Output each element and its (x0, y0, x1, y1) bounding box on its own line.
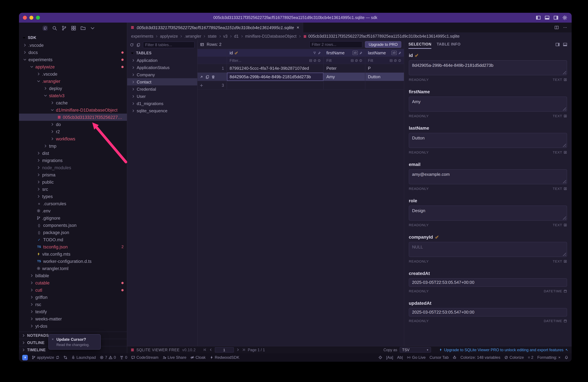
expand-row-icon[interactable] (199, 75, 203, 79)
prev-page-icon[interactable] (209, 348, 212, 352)
tables-section-header[interactable]: TABLES (127, 49, 197, 57)
filter-exclude-icon[interactable] (355, 59, 358, 62)
tree-item[interactable]: vite.config.mts (19, 250, 127, 258)
status-live-share[interactable]: Live Share (162, 355, 187, 360)
status-cursor-badge[interactable] (22, 355, 28, 360)
tree-item[interactable]: wrangler.toml (19, 265, 127, 272)
tree-item[interactable]: docs (19, 49, 127, 56)
tree-item[interactable]: dist (19, 150, 127, 157)
tree-item[interactable]: cache (19, 99, 127, 106)
table-item[interactable]: User (127, 93, 197, 100)
status-git-compare[interactable] (63, 356, 67, 360)
toggle-panel-right-icon[interactable] (555, 42, 560, 47)
explorer-icon[interactable] (42, 25, 48, 31)
status-git-branch[interactable]: applywize (32, 355, 59, 360)
tree-item[interactable]: .vscode (19, 42, 127, 49)
table-item[interactable]: ApplicationStatus (127, 64, 197, 71)
status-redwoodsdk[interactable]: RedwoodSDK (210, 355, 239, 360)
tree-item[interactable]: .wrangler (19, 78, 127, 85)
table-item[interactable]: Company (127, 71, 197, 78)
tree-item[interactable]: deploy (19, 85, 127, 92)
tree-item[interactable]: node_modules (19, 164, 127, 171)
rows-filter-input[interactable] (310, 41, 362, 48)
tree-item[interactable]: rsc (19, 301, 127, 308)
first-page-icon[interactable] (203, 348, 207, 352)
close-window-button[interactable] (23, 16, 27, 20)
column-filter[interactable]: Filter... (227, 57, 324, 64)
table-icon[interactable] (200, 43, 204, 46)
status-codestream[interactable]: CodeStream (131, 355, 158, 360)
field-value[interactable]: 2025-03-05T22:53:05.547+00:00 (409, 278, 567, 287)
tree-item[interactable]: .vscode (19, 70, 127, 78)
tree-item[interactable]: experiments (19, 56, 127, 63)
tree-item[interactable]: src (19, 186, 127, 193)
status-launchpad[interactable]: Launchpad (71, 355, 96, 360)
copy-row-icon[interactable] (205, 75, 209, 79)
close-tab-icon[interactable] (296, 26, 300, 29)
upgrade-to-pro-button[interactable]: Upgrade to PRO (365, 41, 401, 48)
status-problems[interactable]: 70 (100, 355, 116, 360)
status-word-toggle[interactable]: Ab| (397, 355, 403, 360)
table-item[interactable]: Credential (127, 86, 197, 93)
zoom-window-button[interactable] (36, 16, 40, 20)
tree-item[interactable]: workflows (19, 135, 127, 142)
data-cell[interactable]: P (365, 64, 404, 72)
search-icon[interactable] (52, 25, 57, 31)
data-cell[interactable]: 87991240-5ccc-4fa7-914e-39b287107ded (227, 64, 324, 72)
field-value[interactable]: Design (409, 205, 567, 221)
tree-item[interactable]: d1/miniflare-D1DatabaseObject (19, 106, 127, 113)
filter-mode-icon[interactable] (390, 59, 393, 62)
tree-item[interactable]: r2 (19, 128, 127, 135)
tree-item[interactable]: migrations (19, 157, 127, 164)
tree-item[interactable]: .gitignore (19, 214, 127, 222)
tree-item[interactable]: TStsconfig.json2 (19, 243, 127, 250)
status-cloak[interactable]: Cloak (190, 355, 206, 360)
pin-column-icon[interactable] (359, 51, 362, 54)
status-target[interactable] (378, 356, 382, 360)
filter-icon[interactable] (313, 51, 316, 54)
status-formatting[interactable]: Formatting: × (537, 355, 561, 360)
page-number-input[interactable] (215, 347, 234, 352)
status-spaces[interactable]: = 2 (528, 355, 533, 360)
status-alerts[interactable] (565, 356, 568, 360)
field-value[interactable]: NULL (409, 242, 567, 257)
table-row[interactable]: 8d42905a-299b-464e-849b-2181d5dd273bAmyD… (198, 73, 404, 81)
table-item[interactable]: sqlite_sequence (127, 107, 197, 114)
breadcrumb-item[interactable]: experiments (131, 34, 153, 39)
add-row[interactable]: 3 (198, 81, 404, 90)
filter-mode-icon[interactable] (351, 59, 354, 62)
delete-row-icon[interactable] (211, 75, 215, 79)
table-row[interactable]: 187991240-5ccc-4fa7-914e-39b287107dedPet… (198, 64, 404, 73)
filter-exclude-icon[interactable] (394, 59, 397, 62)
tree-item[interactable]: .env (19, 207, 127, 214)
upgrade-pro-link[interactable]: Upgrade to SQLite Viewer PRO to unlock e… (439, 347, 568, 352)
table-item[interactable]: Application (127, 57, 197, 64)
copy-icon[interactable] (136, 43, 140, 47)
pin-column-icon[interactable] (317, 51, 321, 54)
split-editor-icon[interactable] (554, 25, 559, 30)
tree-item[interactable]: textify (19, 308, 127, 315)
tree-item[interactable]: griffon (19, 294, 127, 301)
toggle-sidebar-icon[interactable] (536, 15, 541, 20)
notification-body[interactable]: Read the changelog. (56, 343, 90, 347)
status-go-live[interactable]: Go Live (407, 355, 426, 360)
data-cell[interactable]: Dutton (365, 73, 404, 81)
toggle-secondary-sidebar-icon[interactable] (553, 15, 559, 20)
field-value[interactable]: amy@example.com (409, 169, 567, 184)
column-header[interactable]: firstNameab (324, 49, 365, 57)
source-control-icon[interactable] (62, 25, 67, 31)
filter-mode-icon[interactable] (309, 59, 312, 62)
field-value[interactable]: Dutton (409, 133, 567, 148)
column-header[interactable]: lastNameab (365, 49, 404, 57)
tables-filter-input[interactable] (143, 42, 195, 48)
table-item[interactable]: d1_migrations (127, 100, 197, 107)
column-header[interactable]: id (227, 49, 324, 57)
column-filter[interactable]: Filt (365, 57, 404, 64)
field-value[interactable]: 2025-03-05T22:53:05.547+00:00 (409, 308, 567, 316)
tree-item[interactable]: do (19, 121, 127, 128)
data-cell[interactable]: Amy (324, 73, 365, 81)
status-case-toggle[interactable]: [Aa] (386, 355, 393, 360)
filter-info-icon[interactable] (317, 59, 321, 62)
editor-more-actions-icon[interactable] (563, 25, 567, 30)
explorer-section-header[interactable]: SDK (19, 34, 127, 42)
